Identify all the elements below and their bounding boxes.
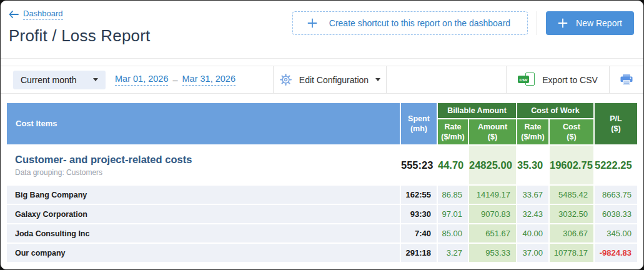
dashboard-back-label: Dashboard — [23, 9, 63, 20]
printer-icon — [620, 74, 633, 86]
summary-title: Customer- and project-related costs — [15, 154, 400, 166]
table-row: Our company 291:18 3.27 953.33 37.00 107… — [7, 244, 637, 262]
cell-spent: 7:40 — [401, 224, 437, 242]
profit-loss-report-page: Dashboard Profit / Loss Report Create sh… — [0, 0, 644, 270]
cell-customer-name: Big Bang Company — [7, 186, 400, 204]
col-header-cost-items: Cost Items — [7, 103, 400, 144]
cell-spent: 93:30 — [401, 205, 437, 223]
header-left: Dashboard Profit / Loss Report — [9, 9, 151, 46]
cell-cost-rate: 32.43 — [517, 205, 548, 223]
cell-customer-name: Galaxy Corporation — [7, 205, 400, 223]
date-from-link[interactable]: Mar 01, 2026 — [115, 74, 168, 86]
report-table: Cost Items Spent(mh) Billable Amount Cos… — [6, 102, 638, 263]
gear-icon — [279, 73, 292, 86]
cell-billable-amount: 953.33 — [469, 244, 516, 262]
cell-cost: 19602.75 — [550, 146, 593, 184]
cell-pl: 6038.33 — [595, 205, 637, 223]
cell-spent: 162:55 — [401, 186, 437, 204]
table-row: Big Bang Company 162:55 86.85 14149.17 3… — [7, 186, 637, 204]
cell-cost: 10778.17 — [550, 244, 593, 262]
cell-spent: 555:23 — [401, 146, 437, 184]
page-header: Dashboard Profit / Loss Report Create sh… — [1, 1, 643, 59]
page-title: Profit / Loss Report — [9, 26, 151, 46]
cell-customer-name: Our company — [7, 244, 400, 262]
cell-billable-amount: 24825.00 — [469, 146, 516, 184]
header-actions: Create shortcut to this report on the da… — [292, 11, 634, 35]
period-select[interactable]: Current month — [13, 71, 106, 89]
csv-file-icon: csv — [518, 72, 535, 87]
col-header-spent: Spent(mh) — [401, 103, 437, 144]
cell-billable-rate: 3.27 — [438, 244, 468, 262]
cell-cost-rate: 33.67 — [517, 186, 548, 204]
print-button[interactable] — [610, 66, 643, 93]
plus-icon — [558, 18, 568, 28]
period-select-value: Current month — [21, 75, 76, 85]
col-group-cost-of-work: Cost of Work — [517, 103, 593, 118]
col-header-pl: P/L($) — [595, 103, 637, 144]
cell-billable-rate: 44.70 — [438, 146, 468, 184]
cell-pl: 5222.25 — [595, 146, 637, 184]
summary-grouping: Data grouping: Customers — [15, 168, 400, 177]
cell-cost: 3032.50 — [550, 205, 593, 223]
cell-billable-amount: 9070.83 — [469, 205, 516, 223]
toolbar-spacer — [387, 66, 506, 93]
cell-spent: 291:18 — [401, 244, 437, 262]
plus-icon — [307, 18, 317, 28]
dashboard-back-link[interactable]: Dashboard — [9, 9, 63, 20]
export-csv-label: Export to CSV — [542, 75, 598, 85]
date-to-link[interactable]: Mar 31, 2026 — [182, 74, 235, 86]
cell-billable-amount: 14149.17 — [469, 186, 516, 204]
col-group-billable-amount: Billable Amount — [438, 103, 516, 118]
report-table-wrap: Cost Items Spent(mh) Billable Amount Cos… — [6, 102, 638, 263]
cell-cost: 5485.42 — [550, 186, 593, 204]
table-row: Galaxy Corporation 93:30 97.01 9070.83 3… — [7, 205, 637, 223]
cell-pl: 345.00 — [595, 224, 637, 242]
cell-billable-amount: 651.67 — [469, 224, 516, 242]
col-header-cost: Cost($) — [550, 119, 593, 144]
period-section: Current month Mar 01, 2026 – Mar 31, 202… — [1, 66, 273, 93]
new-report-button[interactable]: New Report — [546, 11, 634, 35]
create-shortcut-label: Create shortcut to this report on the da… — [329, 18, 510, 28]
header-divider — [537, 11, 537, 35]
col-header-billable-rate: Rate($/mh) — [438, 119, 468, 144]
chevron-down-icon — [375, 78, 380, 81]
summary-row: Customer- and project-related costs Data… — [7, 146, 637, 184]
cell-cost-rate: 40.00 — [517, 224, 548, 242]
cell-pl: -9824.83 — [595, 244, 637, 262]
table-row: Joda Consulting Inc 7:40 85.00 651.67 40… — [7, 224, 637, 242]
create-shortcut-button[interactable]: Create shortcut to this report on the da… — [292, 11, 528, 35]
cell-billable-rate: 97.01 — [438, 205, 468, 223]
table-header-group-row: Cost Items Spent(mh) Billable Amount Cos… — [7, 103, 637, 118]
cell-cost: 306.67 — [550, 224, 593, 242]
summary-name-cell: Customer- and project-related costs Data… — [7, 146, 400, 184]
cell-billable-rate: 86.85 — [438, 186, 468, 204]
back-arrow-icon — [9, 11, 19, 18]
chevron-down-icon — [93, 78, 98, 81]
report-toolbar: Current month Mar 01, 2026 – Mar 31, 202… — [1, 66, 643, 94]
col-header-cost-rate: Rate($/mh) — [517, 119, 548, 144]
edit-configuration-button[interactable]: Edit Configuration — [274, 66, 386, 93]
new-report-label: New Report — [576, 18, 622, 28]
edit-configuration-label: Edit Configuration — [299, 75, 369, 85]
cell-pl: 8663.75 — [595, 186, 637, 204]
date-separator: – — [172, 75, 177, 85]
cell-customer-name: Joda Consulting Inc — [7, 224, 400, 242]
cell-cost-rate: 37.00 — [517, 244, 548, 262]
cell-billable-rate: 85.00 — [438, 224, 468, 242]
cell-cost-rate: 35.30 — [517, 146, 548, 184]
col-header-billable-amount: Amount($) — [469, 119, 516, 144]
date-range: Mar 01, 2026 – Mar 31, 2026 — [115, 74, 235, 86]
export-csv-button[interactable]: csv Export to CSV — [507, 66, 609, 93]
